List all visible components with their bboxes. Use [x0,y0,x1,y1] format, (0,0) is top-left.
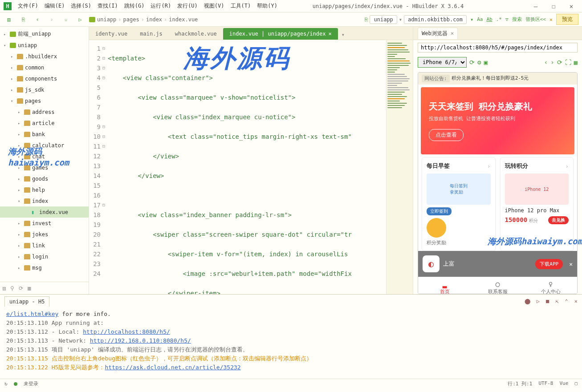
close-icon[interactable]: ✕ [569,261,573,267]
device-selector[interactable]: iPhone 6/7/8 [418,57,467,68]
nav-profile[interactable]: ♀个人中心 [524,277,577,294]
bug-icon[interactable]: ⬤ [525,298,530,304]
nav-support[interactable]: ◯联系客服 [471,277,524,294]
tree-file-indexvue[interactable]: ▮index.vue [0,206,89,218]
language-mode[interactable]: Vue [560,380,569,387]
console-output[interactable]: e/list.html#key for more info. 20:15:13.… [0,308,582,379]
tree-folder-index[interactable]: ▾index [0,195,89,206]
minimap[interactable] [386,40,413,294]
sync-icon[interactable]: ↻ [4,381,8,387]
tree-folder[interactable]: ▸jokes [0,229,89,240]
chevron-down-icon[interactable]: ▾ [470,16,473,23]
minimize-button[interactable]: — [529,3,543,10]
refresh-icon[interactable]: ⟳ [469,59,475,66]
reload-icon[interactable]: ⟳ [557,59,562,66]
close-search-icon[interactable]: ✕ [549,16,553,23]
search-label[interactable]: 搜索 [512,16,522,23]
replace-label[interactable]: 替换区<< [525,16,546,23]
exchange-button[interactable]: 去兑换 [548,216,569,224]
console-link[interactable]: e/list.html#key [6,311,58,317]
menu-find[interactable]: 查找(I) [95,1,121,11]
sidebar-icon[interactable]: ⟳ [19,285,23,291]
tree-folder[interactable]: ▸link [0,240,89,251]
tree-folder[interactable]: ▸msg [0,262,89,273]
console-link[interactable]: http://localhost:8080/h5/ [83,328,170,335]
tree-folder[interactable]: ▸common [0,62,89,73]
sidebar-icon[interactable]: ▦ [28,285,31,291]
tabs-more-icon[interactable]: ▾ [338,30,348,40]
tree-folder[interactable]: ▸article [0,117,89,129]
export-icon[interactable]: ⇱ [555,298,558,304]
maximize-button[interactable]: ☐ [546,3,561,10]
hero-button[interactable]: 点击查看 [429,129,464,141]
star-icon[interactable]: ☆ [61,14,71,25]
breadcrumb-0[interactable]: uniapp [97,16,116,23]
breadcrumb-3[interactable]: index.vue [169,16,198,23]
menu-file[interactable]: 文件(F) [15,1,41,11]
filter-icon[interactable]: ▽ [505,16,509,22]
console-icon[interactable]: ▣ [484,59,487,66]
tree-folder[interactable]: ▸components [0,73,89,84]
notify-icon[interactable]: ▢ [574,380,578,387]
signin-button[interactable]: 立即签到 [427,207,452,215]
menu-run[interactable]: 运行(R) [148,1,174,11]
close-icon[interactable]: ✕ [574,298,578,304]
tab-whackmole[interactable]: whackmole.vue [169,28,223,40]
stop-icon[interactable]: ■ [546,298,549,304]
forward-icon[interactable]: › [46,14,57,25]
regex-icon[interactable]: .* [496,16,502,22]
collapse-icon[interactable]: ⌃ [565,298,568,304]
card-points[interactable]: 玩转积分› iPhone 12 iPhone 12 pro Max 150000… [500,157,574,251]
code-body[interactable]: <template> <view class="container"> <vie… [108,40,386,294]
tree-folder-pages[interactable]: ▾pages [0,95,89,106]
tree-folder[interactable]: ▸address [0,106,89,117]
project-selector[interactable]: ⎘ uniapp ▾ admin.okbitbb.com [365,15,466,24]
tree-folder[interactable]: ▸login [0,251,89,262]
breadcrumb-2[interactable]: index [146,16,162,23]
close-icon[interactable]: × [451,30,454,36]
hero-banner[interactable]: 天天来签到 积分兑换豪礼 投放自助售货机 让普通投资者轻松获利 点击查看 [421,87,574,154]
preview-tab[interactable]: Web浏览器 × [418,28,458,39]
console-link[interactable]: http://192.168.0.110:8080/h5/ [90,337,191,344]
tree-folder[interactable]: ▸games [0,162,89,173]
run-icon[interactable]: ▷ [75,14,85,25]
encoding[interactable]: UTF-8 [538,380,553,387]
back-icon[interactable]: ‹ [544,59,548,66]
close-tab-icon[interactable]: × [329,31,332,37]
maximize-icon[interactable]: ⛶ [565,59,571,66]
menu-edit[interactable]: 编辑(E) [42,1,68,11]
aa-icon[interactable]: Aa [477,16,483,22]
preview-button[interactable]: 预览 [556,14,578,25]
tree-folder[interactable]: ▸invest [0,218,89,229]
close-button[interactable]: ✕ [564,3,578,10]
menu-view[interactable]: 视图(V) [201,1,227,11]
sidebar-icon[interactable]: ⚲ [10,285,14,291]
back-icon[interactable]: ‹ [32,14,43,25]
qr-icon[interactable]: ▦ [574,59,578,66]
tree-folder[interactable]: ▸bank [0,129,89,140]
tab-identy[interactable]: identy.vue [89,28,134,40]
menu-help[interactable]: 帮助(Y) [254,1,280,11]
nav-home[interactable]: ▂首页 [418,277,471,294]
console-link[interactable]: https://ask.dcloud.net.cn/article/35232 [105,364,240,371]
menu-tools[interactable]: 工具(T) [228,1,254,11]
code-editor[interactable]: 1⊟2⊟3⊟4⊟56789⊟10⊟11⊟121314151617⊟1819202… [89,40,413,294]
menu-publish[interactable]: 发行(U) [175,1,200,11]
tab-active[interactable]: index.vue | uniapp/pages/index× [223,28,338,40]
tree-folder[interactable]: ▸chat [0,151,89,162]
new-file-icon[interactable]: ▤ [4,14,14,25]
sidebar-icon[interactable]: ▤ [3,285,6,291]
download-app-button[interactable]: 下载APP [535,259,563,269]
tree-folder[interactable]: ▸help [0,184,89,195]
tree-folder[interactable]: ▸calculator [0,140,89,151]
tree-root1[interactable]: ▸前端_uniapp [0,28,89,40]
save-icon[interactable]: ⎘ [18,14,28,25]
login-status[interactable]: 未登录 [24,380,38,387]
menu-goto[interactable]: 跳转(G) [122,1,147,11]
tree-folder[interactable]: ▸js_sdk [0,84,89,95]
tree-root2[interactable]: ▾uniapp [0,40,89,51]
menu-select[interactable]: 选择(S) [68,1,94,11]
ab-icon[interactable]: Ab [486,16,492,22]
tab-mainjs[interactable]: main.js [134,28,169,40]
forward-icon[interactable]: › [550,59,554,66]
